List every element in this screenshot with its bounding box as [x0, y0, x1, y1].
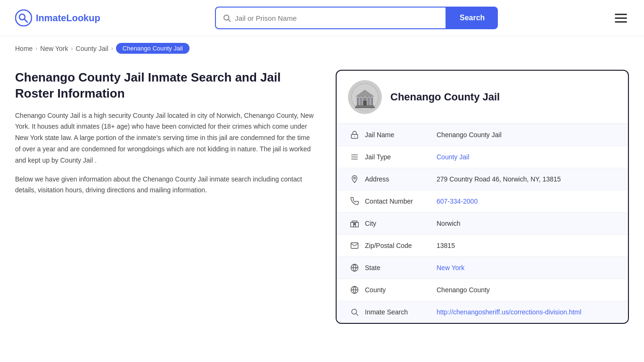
row-label: Zip/Postal Code: [361, 242, 437, 249]
table-row: Address279 Country Road 46, Norwich, NY,…: [337, 168, 628, 190]
left-column: Chenango County Jail Inmate Search and J…: [15, 70, 317, 324]
breadcrumb-chevron-1: ›: [35, 45, 37, 52]
row-label: County: [361, 286, 437, 294]
svg-rect-23: [354, 224, 355, 225]
table-row: StateNew York: [337, 257, 628, 279]
info-rows-container: Jail NameChenango County JailJail TypeCo…: [337, 124, 628, 323]
svg-line-30: [356, 313, 358, 315]
table-row: Contact Number607-334-2000: [337, 190, 628, 213]
row-label: Jail Name: [361, 131, 437, 139]
svg-rect-22: [352, 221, 357, 222]
search-input-wrap: [215, 7, 446, 29]
table-row: Zip/Postal Code13815: [337, 235, 628, 257]
logo[interactable]: InmateLookup: [15, 9, 100, 26]
svg-rect-14: [363, 101, 367, 106]
phone-icon: [348, 197, 361, 206]
search-bar: Search: [215, 7, 498, 29]
row-value: Chenango County: [437, 286, 490, 294]
table-row: CityNorwich: [337, 213, 628, 235]
info-card-header: Chenango County Jail: [337, 71, 628, 124]
page-title: Chenango County Jail Inmate Search and J…: [15, 70, 317, 102]
city-icon: [348, 219, 361, 228]
breadcrumb-current: Chenango County Jail: [116, 43, 190, 54]
page-description-2: Below we have given information about th…: [15, 174, 317, 197]
hamburger-line-3: [615, 21, 627, 23]
row-value: 13815: [437, 242, 455, 249]
svg-point-20: [354, 177, 355, 179]
row-value[interactable]: New York: [437, 264, 464, 272]
jail-avatar: [348, 80, 382, 114]
row-value[interactable]: http://chenangosheriff.us/corrections-di…: [437, 308, 581, 316]
table-row: Jail NameChenango County Jail: [337, 124, 628, 146]
svg-line-4: [229, 19, 231, 21]
table-row: CountyChenango County: [337, 279, 628, 301]
svg-rect-7: [359, 96, 361, 106]
header: InmateLookup Search: [0, 0, 644, 36]
table-row: Jail TypeCounty Jail: [337, 146, 628, 168]
hamburger-line-2: [615, 17, 627, 19]
jail-building-icon: [351, 83, 379, 111]
search-input[interactable]: [235, 14, 439, 22]
search-button[interactable]: Search: [446, 7, 498, 29]
search-icon: [348, 308, 361, 316]
type-icon: [348, 153, 361, 161]
breadcrumb-state[interactable]: New York: [40, 45, 68, 52]
svg-point-0: [16, 10, 32, 26]
row-value: Norwich: [437, 220, 461, 227]
breadcrumb-type[interactable]: County Jail: [76, 45, 108, 52]
menu-button[interactable]: [613, 12, 629, 25]
row-label: State: [361, 264, 437, 272]
table-row: Inmate Searchhttp://chenangosheriff.us/c…: [337, 301, 628, 323]
info-card: Chenango County Jail Jail NameChenango C…: [336, 70, 629, 324]
logo-text: InmateLookup: [36, 13, 100, 24]
svg-rect-24: [355, 224, 356, 225]
state-icon: [348, 263, 361, 272]
county-icon: [348, 286, 361, 294]
hamburger-line-1: [615, 14, 627, 15]
row-value[interactable]: County Jail: [437, 153, 469, 161]
address-icon: [348, 175, 361, 183]
row-value: 279 Country Road 46, Norwich, NY, 13815: [437, 175, 561, 183]
breadcrumb-chevron-3: ›: [111, 45, 113, 52]
right-column: Chenango County Jail Jail NameChenango C…: [336, 70, 629, 324]
row-value: Chenango County Jail: [437, 131, 502, 139]
search-icon-input: [223, 14, 231, 22]
info-card-title: Chenango County Jail: [390, 91, 500, 103]
svg-rect-13: [355, 107, 375, 108]
svg-rect-10: [370, 96, 372, 106]
breadcrumb-home[interactable]: Home: [15, 45, 33, 52]
jail-icon: [348, 131, 361, 139]
logo-icon: [15, 9, 32, 26]
main-content: Chenango County Jail Inmate Search and J…: [0, 60, 644, 343]
row-label: Address: [361, 175, 437, 183]
zip-icon: [348, 241, 361, 250]
row-value[interactable]: 607-334-2000: [437, 197, 478, 205]
row-label: Inmate Search: [361, 308, 437, 316]
page-description-1: Chenango County Jail is a high security …: [15, 110, 317, 166]
row-label: Jail Type: [361, 153, 437, 161]
row-label: City: [361, 220, 437, 227]
breadcrumb-chevron-2: ›: [71, 45, 73, 52]
breadcrumb: Home › New York › County Jail › Chenango…: [0, 36, 644, 60]
svg-point-29: [352, 309, 357, 314]
svg-rect-21: [351, 222, 359, 227]
row-label: Contact Number: [361, 197, 437, 205]
